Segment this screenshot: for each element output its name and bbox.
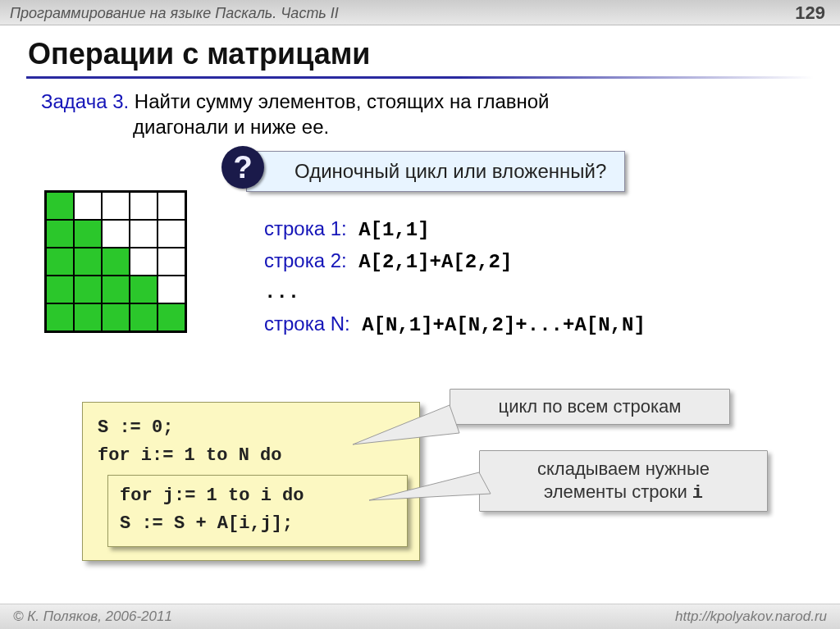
- note2-code: i: [692, 483, 703, 504]
- rowN-code: A[N,1]+A[N,2]+...+A[N,N]: [350, 314, 646, 336]
- slide-title: Операции с матрицами: [0, 25, 840, 76]
- row2-label: строка 2:: [264, 249, 347, 271]
- code-line-3: for j:= 1 to i do: [120, 482, 395, 510]
- row1-label: строка 1:: [264, 217, 347, 239]
- rowN-label: строка N:: [264, 312, 350, 335]
- title-underline: [26, 76, 814, 79]
- note2-line-b: элементы строки: [544, 481, 692, 502]
- task-label: Задача 3.: [41, 90, 129, 112]
- question-mark-icon: ?: [221, 146, 264, 189]
- row-expressions: строка 1: A[1,1] строка 2: A[2,1]+A[2,2]…: [264, 213, 646, 340]
- footer-right: http://kpolyakov.narod.ru: [675, 608, 827, 625]
- code-box-outer: S := 0; for i:= 1 to N do for j:= 1 to i…: [82, 402, 420, 561]
- task-line-a: Найти сумму элементов, стоящих на главно…: [129, 90, 549, 112]
- code-line-2: for i:= 1 to N do: [98, 442, 408, 470]
- row1-code: A[1,1]: [347, 219, 430, 241]
- code-box-inner: for j:= 1 to i do S := S + A[i,j];: [107, 475, 408, 547]
- footer: © К. Поляков, 2006-2011 http://kpolyakov…: [0, 604, 840, 629]
- header-title: Программирование на языке Паскаль. Часть…: [10, 5, 339, 22]
- topbar: Программирование на языке Паскаль. Часть…: [0, 0, 840, 25]
- question-callout: ? Одиночный цикл или вложенный?: [246, 151, 840, 192]
- note-inner-loop: складываем нужные элементы строки i: [479, 450, 768, 512]
- note2-line-a: складываем нужные: [537, 458, 710, 479]
- task-text: Задача 3. Найти сумму элементов, стоящих…: [0, 85, 840, 139]
- task-line-b: диагонали и ниже ее.: [133, 116, 329, 138]
- footer-left: © К. Поляков, 2006-2011: [13, 608, 172, 625]
- note-outer-loop: цикл по всем строкам: [450, 389, 730, 425]
- code-line-4: S := S + A[i,j];: [120, 510, 395, 538]
- code-line-1: S := 0;: [98, 414, 408, 442]
- row2-code: A[2,1]+A[2,2]: [347, 251, 513, 273]
- row-dots: ...: [264, 277, 646, 308]
- page-number: 129: [795, 2, 825, 24]
- question-text: Одиночный цикл или вложенный?: [246, 151, 625, 192]
- matrix-diagram: [44, 190, 187, 333]
